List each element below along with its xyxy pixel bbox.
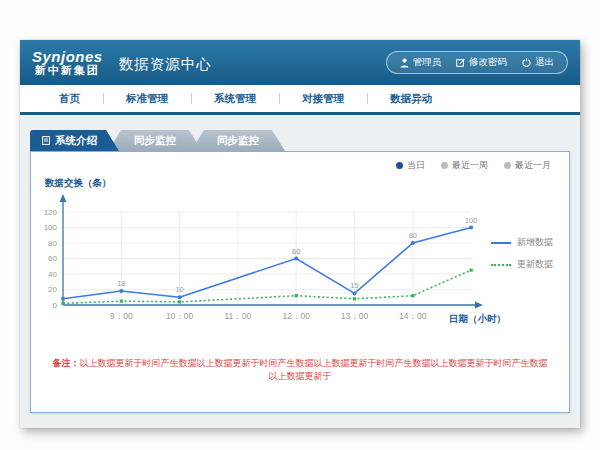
svg-text:15: 15 [350,281,358,290]
change-password-label: 修改密码 [469,56,507,69]
document-icon [42,136,50,145]
tab-label: 系统介绍 [55,134,97,148]
nav-item-1[interactable]: 标准管理 [103,85,191,112]
svg-text:20: 20 [48,285,57,294]
power-icon [522,58,531,67]
user-menu: 管理员 修改密码 退出 [386,51,569,74]
company-logo: Synjones 新中新集团 [32,49,103,76]
tab-label: 同步监控 [217,134,259,148]
svg-text:11：00: 11：00 [225,311,252,321]
svg-text:数据交换（条）: 数据交换（条） [44,177,112,189]
svg-text:日期（小时）: 日期（小时） [449,313,506,325]
nav-item-3[interactable]: 对接管理 [279,85,367,112]
svg-text:100: 100 [465,216,478,225]
svg-text:100: 100 [44,223,58,232]
svg-text:60: 60 [48,254,57,263]
change-password-button[interactable]: 修改密码 [456,56,507,69]
logo-primary: Synjones [32,49,103,65]
nav-item-0[interactable]: 首页 [36,85,103,112]
footnote: 备注：以上数据更新于时间产生数据以上数据更新于时间产生数据以上数据更新于时间产生… [31,357,569,383]
app-window: Synjones 新中新集团 数据资源中心 管理员 修改密码 退出 首页标准管理… [20,40,580,428]
logo-secondary: 新中新集团 [32,65,103,77]
logout-label: 退出 [535,56,554,69]
svg-text:10: 10 [175,285,183,294]
page-title: 数据资源中心 [119,55,212,74]
main-nav: 首页标准管理系统管理对接管理数据异动 [20,85,580,115]
footnote-prefix: 备注： [53,358,80,368]
svg-text:80: 80 [48,239,57,248]
logout-button[interactable]: 退出 [522,56,554,69]
legend-item-1[interactable]: 更新数据 [491,258,553,271]
svg-text:120: 120 [44,208,58,217]
edit-icon [456,58,465,67]
legend-swatch-icon [491,242,511,244]
svg-text:0: 0 [53,301,58,310]
app-header: Synjones 新中新集团 数据资源中心 管理员 修改密码 退出 [20,40,580,85]
nav-item-2[interactable]: 系统管理 [191,85,279,112]
chart-legend: 新增数据更新数据 [491,236,553,271]
svg-text:18: 18 [117,279,125,288]
footnote-text: 以上数据更新于时间产生数据以上数据更新于时间产生数据以上数据更新于时间产生数据以… [80,358,548,381]
tab-2[interactable]: 同步监控 [191,130,285,151]
current-user-label: 管理员 [413,56,442,69]
tab-bar: 系统介绍同步监控同步监控 [30,130,580,151]
current-user[interactable]: 管理员 [400,56,442,69]
svg-text:40: 40 [48,270,57,279]
svg-text:9：00: 9：00 [110,311,133,321]
svg-text:60: 60 [292,247,300,256]
user-icon [400,58,409,68]
tab-1[interactable]: 同步监控 [108,130,202,151]
svg-text:80: 80 [409,231,417,240]
legend-item-0[interactable]: 新增数据 [491,236,553,249]
content-panel: 当日最近一周最近一月 0204060801001209：0010：0011：00… [30,151,570,413]
legend-label: 更新数据 [517,258,553,271]
legend-swatch-icon [491,264,511,266]
legend-label: 新增数据 [517,236,553,249]
svg-text:13：00: 13：00 [341,311,369,321]
svg-text:12：00: 12：00 [282,311,310,321]
nav-item-4[interactable]: 数据异动 [367,85,455,112]
tab-label: 同步监控 [134,134,176,148]
svg-text:14：00: 14：00 [399,311,427,321]
tab-0[interactable]: 系统介绍 [30,130,119,151]
svg-text:10：00: 10：00 [166,311,194,321]
